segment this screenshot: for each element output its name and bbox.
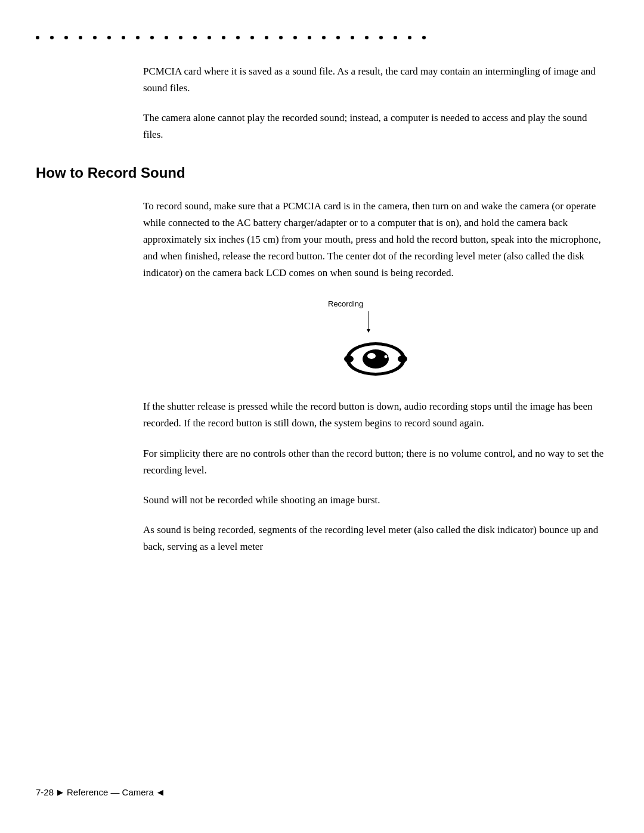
camera-icon (343, 330, 408, 378)
arrow-line (369, 311, 369, 330)
dot (107, 36, 111, 39)
dot (394, 36, 397, 39)
dot (250, 36, 254, 39)
dot (50, 36, 54, 39)
diagram-wrapper: Recording (310, 299, 441, 377)
dot (365, 36, 369, 39)
section-heading: How to Record Sound (36, 165, 608, 181)
main-paragraph-1: To record sound, make sure that a PCMCIA… (143, 198, 608, 281)
dot (122, 36, 125, 39)
main-paragraph-2: If the shutter release is pressed while … (143, 398, 608, 432)
dot (279, 36, 283, 39)
dot (64, 36, 68, 39)
dot (208, 36, 211, 39)
dot (79, 36, 82, 39)
dot (222, 36, 225, 39)
dots-row (0, 36, 644, 39)
svg-point-7 (398, 355, 407, 363)
dot (136, 36, 140, 39)
dot (150, 36, 154, 39)
dot (165, 36, 168, 39)
dot (322, 36, 326, 39)
dot (36, 36, 39, 39)
footer-bar: 7-28 ▶ Reference — Camera ◀ (36, 787, 608, 797)
recording-label: Recording (328, 299, 363, 308)
intro-content: PCMCIA card where it is saved as a sound… (0, 63, 644, 143)
main-content: To record sound, make sure that a PCMCIA… (0, 198, 644, 555)
footer-arrow-right: ▶ (57, 788, 63, 797)
dot (308, 36, 311, 39)
page-container: PCMCIA card where it is saved as a sound… (0, 0, 644, 833)
footer-text: Reference — Camera (67, 787, 154, 797)
svg-point-6 (344, 355, 354, 363)
dot (351, 36, 354, 39)
intro-paragraph-2: The camera alone cannot play the recorde… (143, 110, 608, 143)
dot (93, 36, 97, 39)
svg-point-5 (385, 355, 388, 358)
dot (236, 36, 240, 39)
dot (379, 36, 383, 39)
main-paragraph-4: Sound will not be recorded while shootin… (143, 492, 608, 509)
dot (265, 36, 268, 39)
svg-point-2 (363, 349, 389, 368)
svg-point-3 (367, 353, 376, 359)
intro-paragraph-1: PCMCIA card where it is saved as a sound… (143, 63, 608, 97)
recording-diagram: Recording (143, 299, 608, 377)
main-paragraph-5: As sound is being recorded, segments of … (143, 522, 608, 555)
dot (422, 36, 426, 39)
main-paragraph-3: For simplicity there are no controls oth… (143, 445, 608, 479)
dot (408, 36, 411, 39)
dot (293, 36, 297, 39)
dot (179, 36, 182, 39)
footer-arrow-left: ◀ (157, 788, 163, 797)
dot (336, 36, 340, 39)
dot (193, 36, 197, 39)
footer-page: 7-28 (36, 787, 54, 797)
